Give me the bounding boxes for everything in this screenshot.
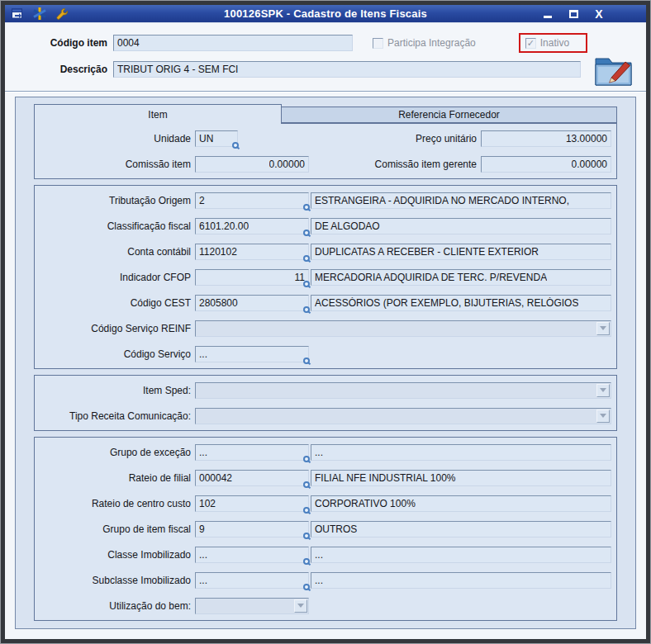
preco-unitario-field[interactable]: 13.00000 [481, 130, 611, 147]
classificacao-fiscal-row: Classificação fiscal 6101.20.00 DE ALGOD… [40, 217, 611, 234]
rateio-filial-code-field[interactable]: 000042 [195, 470, 309, 486]
codigo-servico-reinf-row: Código Serviço REINF [40, 320, 611, 337]
wrench-icon[interactable] [55, 7, 69, 21]
rateio-centro-custo-code-field[interactable]: 102 [195, 495, 309, 512]
conta-contabil-code-field[interactable]: 1120102 [195, 244, 309, 260]
rateio-filial-label: Rateio de filial [40, 472, 195, 484]
maximize-button[interactable] [566, 7, 581, 21]
subclasse-imobilizado-row: Subclasse Imobilizado ... ... [40, 571, 611, 589]
dropdown-button[interactable] [596, 410, 610, 423]
lookup-icon[interactable] [303, 204, 310, 211]
grupo-item-fiscal-row: Grupo de item fiscal 9 OUTROS [40, 520, 611, 537]
close-button[interactable]: X [592, 7, 606, 21]
tributacao-origem-desc-field: ESTRANGEIRA - ADQUIRIDA NO MERCADO INTER… [311, 192, 611, 209]
codigo-item-field[interactable]: 0004 [113, 35, 353, 51]
descricao-label: Descrição [21, 64, 107, 75]
codigo-servico-reinf-select[interactable] [195, 320, 611, 337]
participa-integracao-checkbox[interactable]: Participa Integração [373, 37, 476, 49]
utilizacao-bem-select[interactable] [195, 598, 309, 614]
minimize-button[interactable] [540, 7, 555, 21]
rateio-filial-row: Rateio de filial 000042 FILIAL NFE INDUS… [40, 469, 611, 486]
lookup-icon[interactable] [303, 481, 310, 488]
item-sped-select[interactable] [195, 382, 611, 399]
dropdown-button[interactable] [596, 322, 610, 335]
indicador-cfop-code-field[interactable]: 11 [195, 269, 309, 286]
codigo-servico-label: Código Serviço [40, 348, 195, 360]
window-content: Código item 0004 Participa Integração ✓ … [5, 23, 646, 639]
lookup-icon[interactable] [303, 558, 310, 565]
descricao-field[interactable]: TRIBUT ORIG 4 - SEM FCI [113, 61, 581, 78]
classificacao-fiscal-label: Classificação fiscal [40, 220, 195, 232]
codigo-servico-reinf-label: Código Serviço REINF [40, 323, 195, 334]
application-window: 100126SPK - Cadastro de Itens Fiscais X … [0, 0, 651, 644]
tabstrip: Item Referencia Fornecedor [34, 104, 617, 123]
codigo-cest-code-field[interactable]: 2805800 [195, 295, 309, 311]
grupo-excecao-label: Grupo de exceção [40, 447, 195, 458]
grupo-excecao-code-field[interactable]: ... [195, 444, 309, 461]
minimize-icon [544, 16, 552, 18]
dropdown-button[interactable] [294, 599, 307, 613]
grupo-item-fiscal-label: Grupo de item fiscal [40, 523, 195, 535]
indicador-cfop-row: Indicador CFOP 11 MERCADORIA ADQUIRIDA D… [40, 268, 611, 286]
lookup-icon[interactable] [303, 306, 310, 313]
classe-imobilizado-label: Classe Imobilizado [40, 549, 195, 561]
lookup-icon[interactable] [303, 281, 310, 287]
rateio-centro-custo-desc-field: CORPORATIVO 100% [311, 495, 611, 512]
indicador-cfop-label: Indicador CFOP [40, 272, 195, 283]
unidade-label: Unidade [40, 133, 195, 144]
unidade-row: Unidade UN Preço unitário 13.00000 [40, 130, 611, 147]
comissao-item-label: Comissão item [40, 159, 195, 170]
comissao-row: Comissão item 0.00000 Comissão item gere… [40, 155, 611, 173]
lookup-icon[interactable] [303, 584, 310, 590]
rateio-centro-custo-row: Rateio de centro custo 102 CORPORATIVO 1… [40, 495, 611, 512]
codigo-servico-code-field[interactable]: ... [195, 346, 309, 362]
lookup-icon[interactable] [232, 142, 239, 149]
folder-icon[interactable] [593, 51, 634, 89]
lookup-icon[interactable] [303, 507, 310, 514]
tributacao-origem-label: Tributação Origem [40, 195, 195, 206]
grupo-excecao-desc-field: ... [311, 444, 611, 461]
lookup-icon[interactable] [303, 255, 310, 262]
codigo-item-label: Código item [21, 37, 107, 49]
titlebar-icons [10, 7, 69, 21]
chevron-down-icon [600, 388, 606, 392]
tipo-receita-select[interactable] [195, 408, 611, 424]
chevron-down-icon [600, 326, 606, 330]
classificacao-fiscal-desc-field: DE ALGODAO [311, 218, 611, 234]
conta-contabil-label: Conta contábil [40, 246, 195, 258]
classificacao-fiscal-code-field[interactable]: 6101.20.00 [195, 218, 309, 234]
lookup-icon[interactable] [303, 230, 310, 236]
lookup-icon[interactable] [303, 456, 310, 462]
tab-item[interactable]: Item [34, 104, 282, 124]
chevron-down-icon [600, 414, 606, 418]
protheus-star-icon[interactable] [32, 7, 47, 21]
tipo-receita-row: Tipo Receita Comunicação: [40, 407, 611, 424]
lookup-icon[interactable] [303, 533, 310, 539]
rateio-centro-custo-label: Rateio de centro custo [40, 498, 195, 509]
maximize-icon [569, 10, 578, 18]
lookup-icon[interactable] [303, 358, 310, 364]
inativo-checkbox[interactable]: ✓ Inativo [525, 37, 569, 49]
comissao-item-field[interactable]: 0.00000 [195, 156, 309, 173]
unidade-field[interactable]: UN [195, 130, 238, 147]
item-sped-label: Item Sped: [40, 385, 195, 396]
codigo-cest-label: Código CEST [40, 297, 195, 309]
subclasse-imobilizado-code-field[interactable]: ... [195, 572, 309, 589]
tributacao-origem-code-field[interactable]: 2 [195, 192, 309, 209]
header-section: Código item 0004 Participa Integração ✓ … [5, 23, 646, 91]
titlebar[interactable]: 100126SPK - Cadastro de Itens Fiscais X [5, 5, 646, 23]
form-panel: Item Referencia Fornecedor Unidade UN Pr… [15, 97, 636, 629]
indicador-cfop-desc-field: MERCADORIA ADQUIRIDA DE TERC. P/REVENDA [311, 269, 611, 286]
comissao-gerente-field[interactable]: 0.00000 [481, 156, 611, 173]
grupo-item-fiscal-desc-field: OUTROS [311, 521, 611, 537]
window-controls: X [540, 7, 606, 21]
subclasse-imobilizado-label: Subclasse Imobilizado [40, 575, 195, 586]
dropdown-button[interactable] [596, 384, 610, 397]
system-menu-icon[interactable] [10, 7, 25, 21]
tab-referencia-fornecedor[interactable]: Referencia Fornecedor [281, 107, 617, 123]
grupo-item-fiscal-code-field[interactable]: 9 [195, 521, 309, 537]
preco-unitario-label: Preço unitário [238, 133, 481, 144]
classe-imobilizado-code-field[interactable]: ... [195, 547, 309, 563]
utilizacao-bem-row: Utilização do bem: [40, 597, 611, 614]
tipo-receita-label: Tipo Receita Comunicação: [40, 410, 195, 422]
